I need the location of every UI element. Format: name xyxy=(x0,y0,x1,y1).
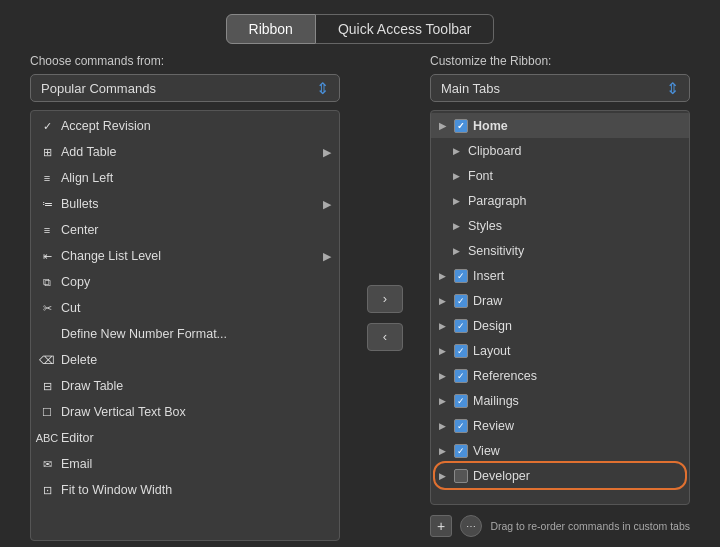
add-tab-button[interactable]: + xyxy=(430,515,452,537)
expand-arrow: ▶ xyxy=(453,146,463,156)
ribbon-item-label: Mailings xyxy=(473,394,519,408)
command-item[interactable]: ✂Cut xyxy=(31,295,339,321)
ribbon-tabs-arrow: ⇕ xyxy=(666,79,679,98)
ribbon-list: ▶✓Home▶Clipboard▶Font▶Paragraph▶Styles▶S… xyxy=(430,110,690,505)
command-item[interactable]: ✓Accept Revision xyxy=(31,113,339,139)
command-label: Align Left xyxy=(61,171,113,185)
ribbon-item[interactable]: ▶✓Insert xyxy=(431,263,689,288)
ribbon-item-label: Draw xyxy=(473,294,502,308)
ribbon-checkbox[interactable]: ✓ xyxy=(454,444,468,458)
command-label: Delete xyxy=(61,353,97,367)
ribbon-item-label: Layout xyxy=(473,344,511,358)
expand-arrow: ▶ xyxy=(439,346,449,356)
command-item[interactable]: ✉Email xyxy=(31,451,339,477)
ribbon-item[interactable]: ▶Paragraph xyxy=(431,188,689,213)
ribbon-item[interactable]: ▶✓References xyxy=(431,363,689,388)
ribbon-item[interactable]: ▶Clipboard xyxy=(431,138,689,163)
expand-arrow: ▶ xyxy=(453,221,463,231)
ribbon-checkbox[interactable] xyxy=(454,469,468,483)
command-label: Cut xyxy=(61,301,80,315)
command-icon: ✓ xyxy=(39,118,55,134)
ribbon-item[interactable]: ▶✓Mailings xyxy=(431,388,689,413)
command-icon: ✂ xyxy=(39,300,55,316)
command-icon: ABC xyxy=(39,430,55,446)
ribbon-checkbox[interactable]: ✓ xyxy=(454,119,468,133)
ribbon-item-label: Review xyxy=(473,419,514,433)
ribbon-checkbox[interactable]: ✓ xyxy=(454,369,468,383)
command-item[interactable]: Define New Number Format... xyxy=(31,321,339,347)
ribbon-footer: + ⋯ Drag to re-order commands in custom … xyxy=(430,511,690,541)
ribbon-item[interactable]: ▶Sensitivity xyxy=(431,238,689,263)
command-icon: ⊞ xyxy=(39,144,55,160)
command-icon: ≔ xyxy=(39,196,55,212)
ribbon-item-label: Styles xyxy=(468,219,502,233)
command-item[interactable]: ⊞Add Table▶ xyxy=(31,139,339,165)
ribbon-checkbox[interactable]: ✓ xyxy=(454,294,468,308)
ribbon-item[interactable]: ▶✓View xyxy=(431,438,689,463)
command-icon xyxy=(39,326,55,342)
transfer-buttons: › ‹ xyxy=(360,54,410,541)
command-label: Bullets xyxy=(61,197,99,211)
remove-from-ribbon-button[interactable]: ‹ xyxy=(367,323,403,351)
ribbon-item[interactable]: ▶✓Design xyxy=(431,313,689,338)
quick-access-tab[interactable]: Quick Access Toolbar xyxy=(316,14,495,44)
ribbon-item[interactable]: ▶✓Review xyxy=(431,413,689,438)
command-label: Email xyxy=(61,457,92,471)
expand-arrow: ▶ xyxy=(439,321,449,331)
ribbon-item-label: Insert xyxy=(473,269,504,283)
command-item[interactable]: ⧉Copy xyxy=(31,269,339,295)
command-item[interactable]: ⊡Fit to Window Width xyxy=(31,477,339,503)
ribbon-item[interactable]: ▶✓Draw xyxy=(431,288,689,313)
choose-commands-label: Choose commands from: xyxy=(30,54,340,68)
right-panel: Customize the Ribbon: Main Tabs ⇕ ▶✓Home… xyxy=(430,54,690,541)
command-icon: ☐ xyxy=(39,404,55,420)
command-item[interactable]: ≡Align Left xyxy=(31,165,339,191)
ribbon-item-label: Paragraph xyxy=(468,194,526,208)
ribbon-item-label: Font xyxy=(468,169,493,183)
command-label: Change List Level xyxy=(61,249,161,263)
command-item[interactable]: ABCEditor xyxy=(31,425,339,451)
ribbon-checkbox[interactable]: ✓ xyxy=(454,269,468,283)
command-item[interactable]: ⇤Change List Level▶ xyxy=(31,243,339,269)
command-icon: ⌫ xyxy=(39,352,55,368)
expand-arrow: ▶ xyxy=(439,446,449,456)
ribbon-checkbox[interactable]: ✓ xyxy=(454,319,468,333)
ribbon-checkbox[interactable]: ✓ xyxy=(454,419,468,433)
add-to-ribbon-button[interactable]: › xyxy=(367,285,403,313)
developer-ribbon-item[interactable]: ▶Developer xyxy=(431,463,689,488)
commands-list: ✓Accept Revision⊞Add Table▶≡Align Left≔B… xyxy=(30,110,340,541)
ribbon-item-label: View xyxy=(473,444,500,458)
ribbon-tabs-value: Main Tabs xyxy=(441,81,500,96)
command-icon: ≡ xyxy=(39,222,55,238)
command-label: Editor xyxy=(61,431,94,445)
expand-arrow: ▶ xyxy=(439,271,449,281)
ribbon-item[interactable]: ▶Styles xyxy=(431,213,689,238)
ribbon-item[interactable]: ▶Font xyxy=(431,163,689,188)
command-item[interactable]: ≡Center xyxy=(31,217,339,243)
command-label: Add Table xyxy=(61,145,116,159)
command-item[interactable]: ≔Bullets▶ xyxy=(31,191,339,217)
ribbon-item[interactable]: ▶✓Layout xyxy=(431,338,689,363)
ribbon-item-label: Design xyxy=(473,319,512,333)
options-button[interactable]: ⋯ xyxy=(460,515,482,537)
commands-dropdown[interactable]: Popular Commands ⇕ xyxy=(30,74,340,102)
developer-highlight-circle xyxy=(433,461,687,490)
submenu-arrow: ▶ xyxy=(323,250,331,263)
ribbon-checkbox[interactable]: ✓ xyxy=(454,344,468,358)
command-item[interactable]: ⊟Draw Table xyxy=(31,373,339,399)
submenu-arrow: ▶ xyxy=(323,146,331,159)
ribbon-item-label: Developer xyxy=(473,469,530,483)
command-item[interactable]: ⌫Delete xyxy=(31,347,339,373)
ribbon-checkbox[interactable]: ✓ xyxy=(454,394,468,408)
commands-dropdown-value: Popular Commands xyxy=(41,81,156,96)
ribbon-tabs-dropdown[interactable]: Main Tabs ⇕ xyxy=(430,74,690,102)
command-label: Define New Number Format... xyxy=(61,327,227,341)
command-item[interactable]: ☐Draw Vertical Text Box xyxy=(31,399,339,425)
customize-ribbon-label: Customize the Ribbon: xyxy=(430,54,690,68)
submenu-arrow: ▶ xyxy=(323,198,331,211)
ribbon-item[interactable]: ▶✓Home xyxy=(431,113,689,138)
command-label: Fit to Window Width xyxy=(61,483,172,497)
command-label: Draw Vertical Text Box xyxy=(61,405,186,419)
ribbon-tab[interactable]: Ribbon xyxy=(226,14,316,44)
expand-arrow: ▶ xyxy=(453,196,463,206)
